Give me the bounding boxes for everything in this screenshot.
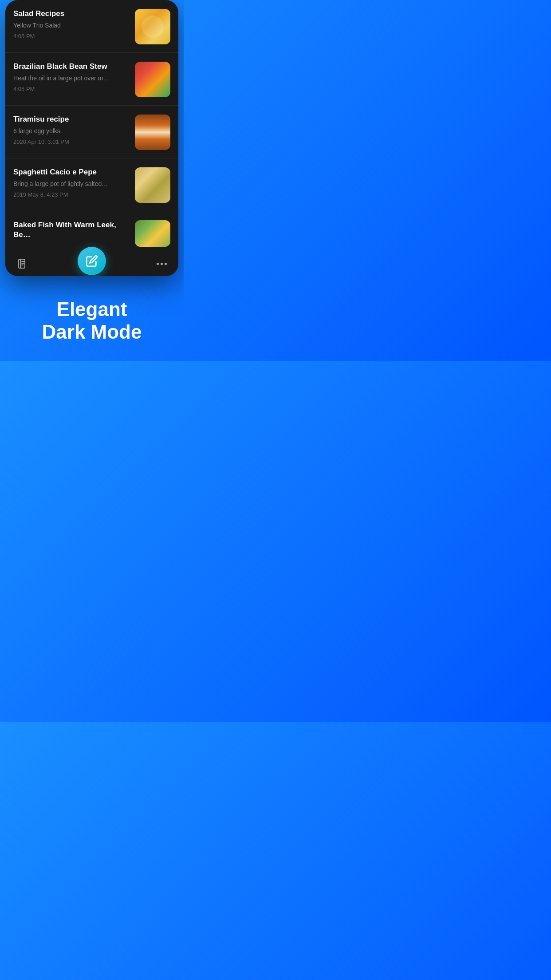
- dot: [161, 263, 163, 265]
- recipe-thumbnail: [135, 9, 170, 44]
- recipe-preview: 6 large egg yolks.: [13, 127, 130, 136]
- recipe-title: Baked Fish With Warm Leek, Be…: [13, 220, 130, 240]
- recipe-text: Tiramisu recipe 6 large egg yolks. 2020 …: [13, 115, 135, 145]
- food-image-stew: [135, 62, 170, 97]
- dot: [157, 263, 159, 265]
- recipe-thumbnail: [135, 115, 170, 150]
- recipe-thumbnail: [135, 167, 170, 203]
- list-item[interactable]: Spaghetti Cacio e Pepe Bring a large pot…: [5, 158, 178, 211]
- recipe-time: 2019 May 8, 4:23 PM: [13, 191, 130, 198]
- list-item[interactable]: Tiramisu recipe 6 large egg yolks. 2020 …: [5, 106, 178, 158]
- dot: [165, 263, 167, 265]
- notebook-button[interactable]: [16, 257, 28, 270]
- recipe-time: 4:05 PM: [13, 86, 130, 92]
- list-item[interactable]: Baked Fish With Warm Leek, Be…: [5, 211, 178, 251]
- tagline-line1: Elegant: [57, 298, 127, 320]
- recipe-text: Brazilian Black Bean Stew Heat the oil i…: [13, 62, 135, 92]
- recipe-title: Brazilian Black Bean Stew: [13, 62, 130, 71]
- recipe-text: Baked Fish With Warm Leek, Be…: [13, 220, 135, 242]
- food-image-fish: [135, 220, 170, 247]
- new-note-fab-button[interactable]: [78, 247, 106, 275]
- recipe-title: Spaghetti Cacio e Pepe: [13, 167, 130, 177]
- bottom-bar: [5, 251, 178, 276]
- food-image-spaghetti: [135, 167, 170, 203]
- recipe-thumbnail: [135, 62, 170, 97]
- food-image-tiramisu: [135, 115, 170, 150]
- more-button[interactable]: [155, 257, 168, 270]
- recipe-thumbnail: [135, 220, 170, 247]
- pencil-icon: [86, 255, 98, 267]
- recipe-preview: Yellow Trio Salad: [13, 21, 130, 30]
- recipe-text: Spaghetti Cacio e Pepe Bring a large pot…: [13, 167, 135, 198]
- recipe-preview: Heat the oil in a large pot over m…: [13, 74, 130, 83]
- svg-rect-0: [19, 259, 25, 268]
- recipe-time: 4:05 PM: [13, 33, 130, 40]
- phone-card: Salad Recipes Yellow Trio Salad 4:05 PM …: [5, 0, 178, 276]
- tagline-line2: Dark Mode: [42, 321, 142, 343]
- tagline-text: Elegant Dark Mode: [42, 298, 142, 343]
- food-image-yellow-salad: [135, 9, 170, 44]
- recipe-title: Tiramisu recipe: [13, 115, 130, 124]
- recipe-list: Salad Recipes Yellow Trio Salad 4:05 PM …: [5, 0, 178, 251]
- dots-icon: [157, 263, 167, 265]
- list-item[interactable]: Brazilian Black Bean Stew Heat the oil i…: [5, 53, 178, 106]
- notebook-icon: [17, 258, 28, 269]
- recipe-title: Salad Recipes: [13, 9, 130, 19]
- tagline-section: Elegant Dark Mode: [29, 276, 155, 361]
- list-item[interactable]: Salad Recipes Yellow Trio Salad 4:05 PM: [5, 0, 178, 53]
- recipe-time: 2020 Apr 10, 3:01 PM: [13, 138, 130, 145]
- recipe-preview: Bring a large pot of lightly salted…: [13, 180, 130, 189]
- recipe-text: Salad Recipes Yellow Trio Salad 4:05 PM: [13, 9, 135, 40]
